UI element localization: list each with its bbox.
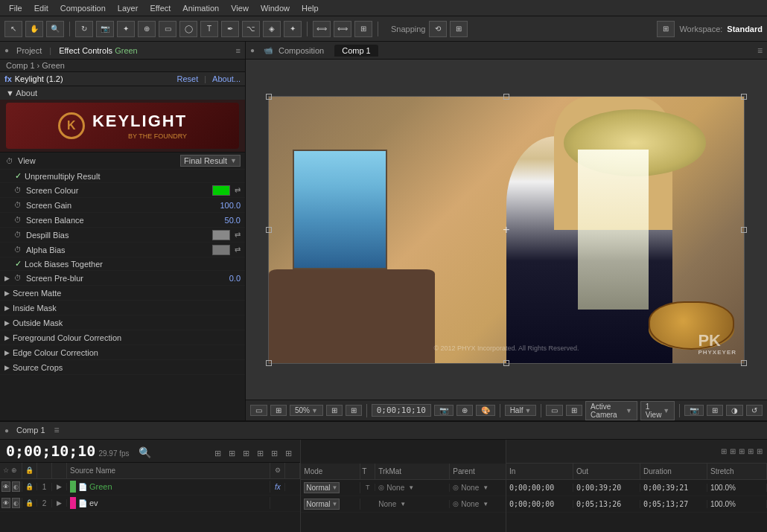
menu-animation[interactable]: Animation — [176, 2, 225, 14]
screen-balance-value[interactable]: 50.0 — [196, 216, 241, 225]
ev-trkmat-value[interactable]: None — [378, 500, 396, 508]
menu-window[interactable]: Window — [255, 2, 296, 14]
vc-grid-btn[interactable]: ⊞ — [270, 405, 287, 416]
tool-align[interactable]: ⟺ — [313, 21, 331, 37]
ev-parent-value[interactable]: None — [461, 500, 479, 508]
vc-pixel-btn[interactable]: ⊞ — [346, 405, 362, 416]
inside-mask-expand-icon[interactable]: ▶ — [4, 304, 10, 312]
timeline-panel-close[interactable]: ● — [4, 426, 9, 435]
vc-exposure-btn[interactable]: ◑ — [726, 405, 743, 416]
tab-project[interactable]: Project — [12, 46, 46, 55]
tl-right-tool3[interactable]: ⊞ — [739, 447, 745, 455]
green-parent-value[interactable]: None — [461, 484, 479, 492]
vc-3d-btn[interactable]: ⊕ — [456, 405, 473, 416]
vc-region-btn[interactable]: ▭ — [250, 405, 267, 416]
vc-color-btn[interactable]: 🎨 — [476, 405, 495, 416]
tool-rotate[interactable]: ↻ — [75, 21, 93, 37]
tl-expand-green[interactable]: ▶ — [52, 483, 67, 490]
green-trkmat-value[interactable]: None — [386, 484, 404, 492]
tl-tool-5[interactable]: ⊞ — [269, 448, 280, 459]
screen-gain-value[interactable]: 100.0 — [196, 201, 241, 210]
handle-bottom-mid[interactable] — [503, 360, 509, 366]
tool-zoom[interactable]: 🔍 — [46, 21, 64, 37]
timeline-search-icon[interactable]: 🔍 — [139, 446, 151, 458]
vc-fit-btn[interactable]: ⊞ — [326, 405, 343, 416]
tool-eraser[interactable]: ◈ — [263, 21, 281, 37]
handle-bottom-left[interactable] — [266, 360, 272, 366]
snapping-toggle[interactable]: ⟲ — [429, 21, 447, 37]
tl-expand-ev[interactable]: ▶ — [52, 499, 67, 507]
view-dropdown[interactable]: Final Result ▼ — [180, 155, 241, 167]
timeline-menu-icon[interactable]: ≡ — [54, 425, 60, 435]
tl-right-tool1[interactable]: ⊞ — [721, 447, 727, 455]
despill-bias-swatch[interactable] — [212, 230, 230, 240]
vc-views-btn[interactable]: 1 View ▼ — [640, 401, 675, 420]
tl-tool-6[interactable]: ⊞ — [283, 448, 294, 459]
handle-bottom-right[interactable] — [741, 360, 747, 366]
timeline-tab-comp1[interactable]: Comp 1 — [12, 426, 50, 435]
about-label[interactable]: ▼ About — [0, 86, 245, 100]
tool-select[interactable]: ↖ — [4, 21, 22, 37]
tool-pen[interactable]: ✒ — [221, 21, 239, 37]
tool-clone[interactable]: ⌥ — [242, 21, 260, 37]
comp-tab-comp1[interactable]: Comp 1 — [334, 45, 378, 57]
tl-tool-1[interactable]: ⊞ — [212, 448, 223, 459]
solo-btn-ev[interactable]: ◐ — [12, 498, 21, 508]
solo-btn-green[interactable]: ◐ — [12, 481, 21, 492]
keylight-name-label[interactable]: Keylight (1.2) — [15, 74, 63, 83]
comp-panel-close[interactable]: ● — [250, 46, 255, 54]
fg-colour-correction-expand-icon[interactable]: ▶ — [4, 334, 10, 342]
tool-extra1[interactable]: ⊞ — [354, 21, 372, 37]
timeline-timecode[interactable]: 0;00;10;10 — [6, 442, 95, 460]
tl-right-tool2[interactable]: ⊞ — [730, 447, 736, 455]
vc-camera-btn[interactable]: Active Camera ▼ — [585, 401, 637, 420]
tool-anchor[interactable]: ⊕ — [138, 21, 156, 37]
comp-panel-menu-icon[interactable]: ≡ — [757, 45, 763, 56]
tab-effect-controls[interactable]: Effect Controls Green — [54, 46, 142, 55]
panel-menu-icon[interactable]: ≡ — [236, 46, 241, 55]
comp-viewport[interactable]: © 2012 PHYX Incorporated. All Rights Res… — [246, 60, 767, 400]
alpha-bias-swatch[interactable] — [212, 245, 230, 255]
vc-3d-grid-btn[interactable]: ⊞ — [566, 405, 582, 416]
ev-out-value[interactable]: 0;05;13;26 — [573, 500, 640, 508]
green-layer-name[interactable]: Green — [89, 482, 112, 491]
tool-mask-rect[interactable]: ▭ — [159, 21, 176, 37]
vc-timecode-btn[interactable]: 0;00;10;10 — [372, 404, 431, 417]
menu-composition[interactable]: Composition — [54, 2, 112, 14]
green-out-value[interactable]: 0;00;39;20 — [573, 484, 640, 492]
menu-file[interactable]: File — [3, 2, 28, 14]
tool-distribute[interactable]: ⟺ — [334, 21, 351, 37]
vc-camera-shutter[interactable]: 📷 — [434, 405, 453, 416]
handle-top-right[interactable] — [741, 94, 747, 100]
screen-colour-swatch[interactable] — [212, 185, 230, 196]
vc-render-btn[interactable]: ▭ — [546, 405, 563, 416]
menu-edit[interactable]: Edit — [28, 2, 54, 14]
green-stretch-value[interactable]: 100.0% — [707, 484, 767, 492]
screen-matte-expand-icon[interactable]: ▶ — [4, 289, 10, 297]
handle-top-mid[interactable] — [503, 94, 509, 100]
keylight-reset-btn[interactable]: Reset — [176, 74, 198, 83]
menu-help[interactable]: Help — [296, 2, 325, 14]
tool-text[interactable]: T — [200, 21, 218, 37]
source-crops-expand-icon[interactable]: ▶ — [4, 364, 10, 371]
vc-quality-btn[interactable]: Half ▼ — [505, 405, 537, 416]
workspace-icon[interactable]: ⊞ — [657, 21, 675, 37]
tool-hand[interactable]: ✋ — [25, 21, 43, 37]
tl-right-tool5[interactable]: ⊞ — [757, 447, 763, 455]
outside-mask-expand-icon[interactable]: ▶ — [4, 319, 10, 327]
menu-effect[interactable]: Effect — [144, 2, 176, 14]
green-in-value[interactable]: 0;00;00;00 — [506, 484, 573, 492]
edge-colour-correction-expand-icon[interactable]: ▶ — [4, 349, 10, 356]
snapping-options[interactable]: ⊞ — [450, 21, 468, 37]
ev-in-value[interactable]: 0;00;00;00 — [506, 500, 573, 508]
vc-snapshot-btn[interactable]: 📷 — [684, 405, 704, 416]
handle-right-mid[interactable] — [741, 227, 747, 233]
menu-layer[interactable]: Layer — [112, 2, 144, 14]
tool-light[interactable]: ✦ — [117, 21, 135, 37]
tl-tool-2[interactable]: ⊞ — [226, 448, 238, 459]
tool-mask-ellipse[interactable]: ◯ — [179, 21, 197, 37]
ev-mode-dropdown[interactable]: Normal ▼ — [304, 499, 340, 510]
handle-left-mid[interactable] — [266, 227, 272, 233]
menu-view[interactable]: View — [225, 2, 255, 14]
tl-tool-4[interactable]: ⊞ — [255, 448, 266, 459]
